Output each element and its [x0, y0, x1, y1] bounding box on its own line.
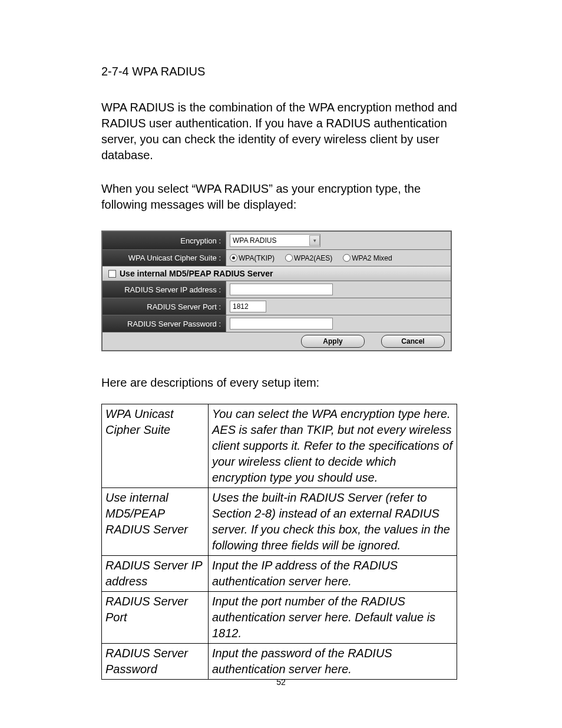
radius-port-label: RADIUS Server Port : — [103, 298, 226, 315]
radius-ip-value-cell — [226, 281, 451, 298]
radius-password-label: RADIUS Server Password : — [103, 315, 226, 332]
radio-icon — [285, 254, 293, 262]
desc-val: Input the IP address of the RADIUS authe… — [209, 556, 457, 592]
cipher-radio-wpa2-aes[interactable]: WPA2(AES) — [285, 254, 332, 262]
desc-key: RADIUS Server IP address — [102, 556, 209, 592]
cipher-option-label: WPA2(AES) — [294, 254, 332, 262]
cipher-option-label: WPA(TKIP) — [239, 254, 275, 262]
radius-ip-input[interactable] — [230, 284, 333, 295]
description-table: WPA Unicast Cipher Suite You can select … — [101, 404, 457, 680]
row-radius-port: RADIUS Server Port : — [103, 298, 451, 315]
table-row: RADIUS Server IP address Input the IP ad… — [102, 556, 457, 592]
row-radius-ip: RADIUS Server IP address : — [103, 281, 451, 298]
chevron-down-icon: ▾ — [309, 235, 320, 246]
table-row: RADIUS Server Port Input the port number… — [102, 592, 457, 644]
radius-port-value-cell — [226, 298, 451, 315]
intro-paragraph-2: When you select “WPA RADIUS” as your enc… — [101, 181, 461, 213]
cipher-value-cell: WPA(TKIP) WPA2(AES) WPA2 Mixed — [226, 250, 451, 266]
desc-val: Input the password of the RADIUS authent… — [209, 644, 457, 680]
section-heading: 2-7-4 WPA RADIUS — [101, 65, 461, 78]
radius-ip-label: RADIUS Server IP address : — [103, 281, 226, 298]
cipher-option-label: WPA2 Mixed — [352, 254, 392, 262]
desc-key: RADIUS Server Port — [102, 592, 209, 644]
page-number: 52 — [0, 677, 562, 687]
desc-key: RADIUS Server Password — [102, 644, 209, 680]
table-row: WPA Unicast Cipher Suite You can select … — [102, 404, 457, 488]
radius-password-input[interactable] — [230, 318, 333, 330]
desc-val: Input the port number of the RADIUS auth… — [209, 592, 457, 644]
use-internal-label: Use internal MD5/PEAP RADIUS Server — [120, 269, 273, 278]
intro-paragraph-1: WPA RADIUS is the combination of the WPA… — [101, 100, 461, 163]
radio-icon — [343, 254, 351, 262]
desc-val: You can select the WPA encryption type h… — [209, 404, 457, 488]
desc-key: WPA Unicast Cipher Suite — [102, 404, 209, 488]
table-row: RADIUS Server Password Input the passwor… — [102, 644, 457, 680]
table-row: Use internal MD5/PEAP RADIUS Server Uses… — [102, 488, 457, 556]
description-caption: Here are descriptions of every setup ite… — [101, 376, 461, 390]
cipher-radio-wpa-tkip[interactable]: WPA(TKIP) — [230, 254, 275, 262]
cipher-radio-wpa2-mixed[interactable]: WPA2 Mixed — [343, 254, 392, 262]
config-panel: Encryption : WPA RADIUS ▾ WPA Unicast Ci… — [101, 230, 452, 351]
row-action-buttons: Apply Cancel — [103, 332, 451, 350]
row-use-internal: Use internal MD5/PEAP RADIUS Server — [103, 266, 451, 281]
row-radius-password: RADIUS Server Password : — [103, 315, 451, 332]
encryption-select[interactable]: WPA RADIUS ▾ — [230, 234, 320, 247]
encryption-select-value: WPA RADIUS — [233, 236, 276, 245]
encryption-value-cell: WPA RADIUS ▾ — [226, 232, 451, 249]
row-encryption: Encryption : WPA RADIUS ▾ — [103, 232, 451, 250]
radius-password-value-cell — [226, 315, 451, 332]
radius-port-input[interactable] — [230, 301, 266, 312]
encryption-label: Encryption : — [103, 232, 226, 249]
desc-val: Uses the built-in RADIUS Server (refer t… — [209, 488, 457, 556]
radio-icon — [230, 254, 237, 262]
desc-key: Use internal MD5/PEAP RADIUS Server — [102, 488, 209, 556]
row-cipher: WPA Unicast Cipher Suite : WPA(TKIP) WPA… — [103, 250, 451, 266]
apply-button[interactable]: Apply — [301, 335, 365, 348]
use-internal-checkbox[interactable] — [108, 270, 116, 278]
cancel-button[interactable]: Cancel — [381, 335, 445, 348]
cipher-label: WPA Unicast Cipher Suite : — [103, 250, 226, 266]
